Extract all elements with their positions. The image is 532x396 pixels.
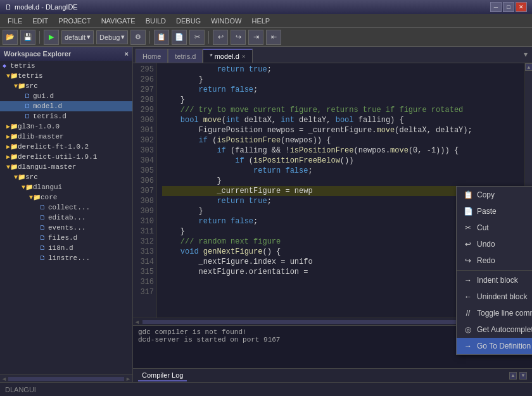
tab-model-close[interactable]: × [242,53,246,60]
toolbar-save-button[interactable]: 💾 [20,30,35,45]
menu-help[interactable]: HELP [246,16,275,26]
ctx-item-redo[interactable]: ↪RedoCtrl+Y [457,252,532,269]
code-line[interactable]: FigurePosition newpos = _currentFigure.m… [162,125,519,135]
tree-label: gui.d [33,92,54,100]
ctx-label-redo: Redo [477,256,495,265]
ctx-item-autocomplete[interactable]: ◎Get AutocompletionsCtrl+Shift+G [457,321,532,338]
tree-item-dlangui-folder[interactable]: ▼📁dlangui-master [0,162,132,172]
minimize-button[interactable]: ─ [490,2,502,12]
tree-item-derelict-ft-folder[interactable]: ▶📁derelict-ft-1.0.2 [0,142,132,152]
tree-item-events-file[interactable]: 🗋events... [0,223,132,233]
ctx-label-copy: Copy [477,190,495,199]
line-number: 297 [136,85,154,95]
code-line[interactable]: bool move(int deltaX, int deltaY, bool f… [162,115,519,125]
ctx-item-copy[interactable]: 📋CopyCtrl+C [457,187,532,203]
sidebar-close-button[interactable]: × [125,50,129,58]
code-line[interactable]: if (isPositionFree(newpos)) { [162,135,519,145]
tab-home[interactable]: Home [136,49,168,63]
tab-model[interactable]: * model.d × [203,49,252,63]
code-line[interactable]: if (falling && !isPositionFree(newpos.mo… [162,145,519,156]
ctx-item-cut[interactable]: ✂CutCtrl+X [457,220,532,236]
tree-icon: ▶📁 [8,142,16,151]
code-line[interactable]: } [162,95,519,105]
build-config-label: default [65,34,86,41]
ctx-label-autocomplete: Get Autocompletions [477,325,532,334]
tree-item-derelict-util-folder[interactable]: ▶📁derelict-util-1.9.1 [0,152,132,162]
toolbar-settings-button[interactable]: ⚙ [130,30,146,45]
tree-item-model-file[interactable]: 🗋model.d [0,101,132,111]
code-line[interactable]: return false; [162,166,519,176]
code-line[interactable]: return true; [162,65,519,75]
close-button[interactable]: ✕ [516,2,527,12]
tree-item-core-folder[interactable]: ▼📁core [0,192,132,202]
menu-window[interactable]: WINDOW [206,16,246,26]
ctx-label-indent: Indent block [477,276,518,285]
tree-label: gl3n-1.0.0 [18,123,60,130]
tree-label: tetris.d [33,113,66,120]
ctx-item-left: →Go To Definition [463,341,531,351]
bottom-scroll-down[interactable]: ▼ [519,372,527,380]
maximize-button[interactable]: □ [503,2,514,12]
sidebar-tree[interactable]: ◆tetris▼📁tetris▼📁src🗋gui.d🗋model.d🗋tetri… [0,61,132,374]
scroll-up-button[interactable]: ▲ [525,63,532,71]
toolbar-copy-button[interactable]: 📋 [154,30,169,45]
menu-edit[interactable]: EDIT [27,16,53,26]
menu-file[interactable]: FILE [3,16,27,26]
code-line[interactable]: } [162,176,519,186]
menu-project[interactable]: PROJECT [53,16,96,26]
menu-debug[interactable]: DEBUG [171,16,206,26]
tree-item-i18n-file[interactable]: 🗋i18n.d [0,243,132,253]
tree-item-tetris-file[interactable]: 🗋tetris.d [0,111,132,121]
toolbar-paste-button[interactable]: 📄 [172,30,187,45]
sidebar-hscroll[interactable]: ◄ ► [0,374,132,382]
toolbar-cut-button[interactable]: ✂ [189,30,205,45]
tree-label: editab... [48,214,86,221]
tree-item-dlangui-sub-folder[interactable]: ▼📁dlangui [0,182,132,192]
code-line[interactable]: if (isPositionFreeBelow()) [162,156,519,166]
toolbar-run-button[interactable]: ▶ [44,30,59,45]
tree-item-collect-file[interactable]: 🗋collect... [0,202,132,213]
toolbar: 📂 💾 ▶ default ▾ Debug ▾ ⚙ 📋 📄 ✂ ↩ ↪ ⇥ ⇤ [0,28,532,47]
sidebar-header: Workspace Explorer × [0,47,132,61]
bottom-tab-compiler-log[interactable]: Compiler Log [138,370,187,381]
tree-item-linstre-file[interactable]: 🗋linstre... [0,253,132,263]
ctx-icon-copy: 📋 [463,190,473,200]
build-config-dropdown[interactable]: default ▾ [61,30,94,44]
tree-item-src-folder[interactable]: ▼📁src [0,81,132,91]
code-line[interactable]: return false; [162,85,519,95]
tree-item-dlib-folder[interactable]: ▶📁dlib-master [0,132,132,142]
tree-icon: ◆ [0,61,9,70]
status-label: DLANGUI [5,386,36,393]
toolbar-redo-button[interactable]: ↪ [231,30,246,45]
tree-item-tetris-folder[interactable]: ▼📁tetris [0,71,132,81]
ctx-item-paste[interactable]: 📄PasteCtrl+V [457,203,532,220]
ctx-item-unindent[interactable]: ←Unindent blockShift+Tab [457,288,532,305]
code-line[interactable]: /// try to move current figure, returns … [162,105,519,115]
ctx-item-comment[interactable]: //Toggle line commentCtrl+/ [457,305,532,321]
menu-build[interactable]: BUILD [141,16,171,26]
menu-navigate[interactable]: NAVIGATE [96,16,141,26]
tab-tetris[interactable]: tetris.d [168,49,203,63]
toolbar-indent-button[interactable]: ⇥ [248,30,263,45]
tree-item-files-file[interactable]: 🗋files.d [0,233,132,243]
tree-item-tetris-root[interactable]: ◆tetris [0,61,132,71]
ctx-item-goto[interactable]: →Go To DefinitionCtrl+G [457,338,532,354]
tree-icon: ▼📁 [8,71,16,80]
code-line[interactable]: } [162,75,519,85]
tree-label: dlib-master [18,133,64,140]
tab-dropdown[interactable]: ▾ [519,47,532,63]
bottom-scroll-up[interactable]: ▲ [509,372,517,380]
toolbar-open-button[interactable]: 📂 [3,30,18,45]
ctx-item-indent[interactable]: →Indent blockTab [457,272,532,288]
tree-item-editab-file[interactable]: 🗋editab... [0,213,132,223]
toolbar-undo-button[interactable]: ↩ [213,30,228,45]
toolbar-unindent-button[interactable]: ⇤ [266,30,281,45]
tree-item-gl3n-folder[interactable]: ▶📁gl3n-1.0.0 [0,121,132,132]
line-number: 295 [136,65,154,75]
run-config-dropdown[interactable]: Debug ▾ [96,30,128,44]
tree-label: tetris [18,72,43,80]
tree-item-gui-file[interactable]: 🗋gui.d [0,91,132,101]
bottom-tabs: Compiler Log ▲ ▼ [133,368,532,382]
ctx-item-undo[interactable]: ↩UndoCtrl+Z [457,236,532,252]
tree-item-dlangui-src-folder[interactable]: ▼📁src [0,172,132,182]
